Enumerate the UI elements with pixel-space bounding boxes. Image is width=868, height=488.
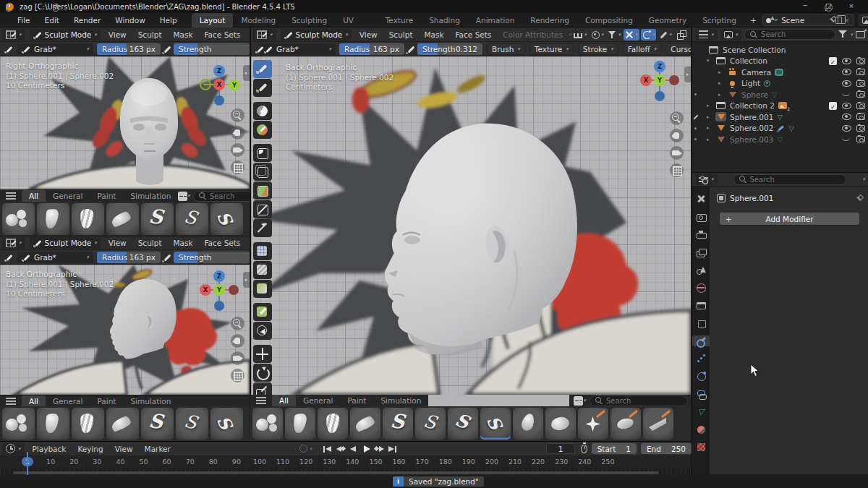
strength-slider[interactable]: Strength <box>174 252 250 263</box>
disclosure-icon[interactable] <box>707 125 715 131</box>
workspace-tab[interactable]: Modeling <box>233 13 284 27</box>
camera-view-icon[interactable] <box>231 351 244 365</box>
menu-item[interactable]: Edit <box>38 13 67 27</box>
rotate-tool[interactable] <box>253 364 272 382</box>
workspace-tab[interactable]: Animation <box>468 13 523 27</box>
shelf-tab[interactable]: Simulation <box>123 190 178 202</box>
header-menu[interactable]: Mask <box>168 239 199 247</box>
popover-button[interactable]: Brush▾ <box>487 43 525 55</box>
saved-toast[interactable]: i Saved "zag.blend" <box>393 476 484 487</box>
brush-asset[interactable] <box>480 408 511 440</box>
shelf-tab[interactable]: All <box>272 395 296 406</box>
perspective-grid-icon[interactable] <box>231 369 244 382</box>
workspace-tab[interactable]: Rendering <box>522 13 577 27</box>
previous-keyframe-button[interactable] <box>335 444 346 454</box>
mode-selector[interactable]: Sculpt Mode▾ <box>281 29 352 40</box>
show-gizmo-icon[interactable]: ▾ <box>606 29 622 40</box>
disable-in-renders-toggle[interactable] <box>856 125 865 132</box>
color-filter-tool[interactable] <box>253 280 272 298</box>
editor-type-button[interactable]: ▾ <box>695 29 718 40</box>
header-menu[interactable]: Face Sets <box>450 30 498 39</box>
timeline-menu[interactable]: View <box>109 445 139 453</box>
pan-hand-icon[interactable] <box>231 126 244 140</box>
search-input[interactable] <box>606 397 682 405</box>
search-input[interactable] <box>750 176 841 184</box>
radius-slider[interactable]: Radius163 px <box>97 252 161 263</box>
disclosure-icon[interactable] <box>718 92 727 98</box>
cloth-filter-tool[interactable] <box>253 261 272 279</box>
xray-toggle-icon[interactable]: ▾ <box>624 29 639 40</box>
mask-by-color-tool[interactable] <box>253 322 272 340</box>
brush-asset[interactable] <box>141 203 174 235</box>
next-keyframe-button[interactable] <box>374 444 385 454</box>
header-menu[interactable]: Sculpt <box>383 30 419 39</box>
brush-asset[interactable] <box>210 408 243 440</box>
viewport-top-left[interactable]: Right Orthographic (1) Sphere.001 | Sphe… <box>0 56 250 189</box>
disclosure-icon[interactable] <box>718 69 727 75</box>
workspace-tab[interactable]: Sculpting <box>284 13 335 27</box>
scene-selector[interactable]: ▾ Scene × <box>762 14 854 26</box>
shelf-menu-icon[interactable] <box>6 192 16 200</box>
shelf-tab[interactable]: General <box>46 190 90 202</box>
header-menu[interactable]: View <box>354 30 383 39</box>
display-mode-button[interactable]: ▾ <box>720 29 742 40</box>
header-menu[interactable]: Face Sets <box>199 239 247 247</box>
shelf-tab[interactable]: Simulation <box>373 395 428 406</box>
transform-tool[interactable] <box>253 382 272 395</box>
disable-in-renders-toggle[interactable] <box>856 103 865 109</box>
disable-in-renders-toggle[interactable] <box>856 136 865 142</box>
brush-asset[interactable] <box>37 203 69 235</box>
brush-selector[interactable]: Grab*▾ <box>17 43 93 55</box>
properties-tab-collection[interactable] <box>692 300 710 311</box>
shelf-tab[interactable]: General <box>296 395 340 406</box>
box-face-set-tool[interactable] <box>253 181 272 200</box>
hide-in-viewport-toggle[interactable] <box>842 69 851 75</box>
perspective-grid-icon[interactable] <box>231 160 244 174</box>
menu-item[interactable]: Help <box>153 13 184 27</box>
workspace-tab[interactable]: Shading <box>421 13 468 27</box>
hide-in-viewport-toggle[interactable] <box>842 114 851 120</box>
shelf-tab[interactable]: Paint <box>90 395 123 407</box>
hide-in-viewport-toggle[interactable] <box>842 80 851 87</box>
add-modifier-button[interactable]: + Add Modifier <box>720 213 859 225</box>
strength-slider[interactable]: Strength <box>174 43 250 55</box>
timeline-menu[interactable]: Marker <box>139 445 176 453</box>
radius-slider[interactable]: Radius163 px <box>339 43 404 55</box>
perspective-grid-icon[interactable] <box>670 163 684 177</box>
header-menu[interactable]: Sculpt <box>132 30 168 39</box>
workspace-tab[interactable]: Texture Paint <box>378 13 421 27</box>
header-menu[interactable]: View <box>103 239 132 247</box>
workspace-tab[interactable]: Compositing <box>577 13 641 27</box>
shelf-tab[interactable]: All <box>22 190 46 202</box>
workspace-tab[interactable]: Scripting <box>694 13 744 27</box>
header-menu[interactable]: View <box>103 30 132 39</box>
shelf-menu-icon[interactable] <box>256 397 266 404</box>
outliner-item[interactable]: Camera <box>692 67 868 78</box>
annotate-icon[interactable]: ▾ <box>658 29 673 40</box>
brush-asset[interactable] <box>350 408 380 440</box>
brush-asset[interactable] <box>176 408 208 440</box>
popover-button[interactable]: Stroke▾ <box>578 43 618 55</box>
draw-brush-tool[interactable] <box>253 60 272 78</box>
header-menu[interactable]: Sculpt <box>132 239 168 247</box>
current-frame-field[interactable]: 1 <box>546 443 574 454</box>
proportional-editing-icon[interactable]: ▾ <box>590 29 605 40</box>
brush-asset[interactable] <box>176 203 208 235</box>
box-trim-tool[interactable] <box>253 200 272 218</box>
hide-in-viewport-toggle[interactable] <box>842 91 851 98</box>
edit-face-set-tool[interactable] <box>253 303 272 321</box>
navigation-gizmo[interactable]: Z X Y <box>640 61 681 101</box>
filter-icon[interactable] <box>838 30 847 38</box>
brush-asset[interactable] <box>415 408 446 440</box>
properties-tab-modifiers[interactable] <box>692 335 710 346</box>
properties-tab-view-layer[interactable] <box>692 247 710 258</box>
properties-tab-world[interactable] <box>692 283 710 294</box>
viewport-main[interactable]: Back Orthographic (1) Sphere.001 | Spher… <box>250 56 691 395</box>
brush-asset[interactable] <box>72 203 104 235</box>
outliner-item[interactable]: Light <box>692 78 868 90</box>
properties-tab-texture[interactable] <box>692 442 710 453</box>
sidebar-collapse-icon[interactable]: ▸ <box>684 67 691 82</box>
timeline-ruler[interactable]: 1102030405060708090100110120130140150160… <box>0 456 692 468</box>
exclude-checkbox[interactable]: ✓ <box>829 102 837 110</box>
navigation-gizmo[interactable]: Z X Y <box>200 270 240 311</box>
